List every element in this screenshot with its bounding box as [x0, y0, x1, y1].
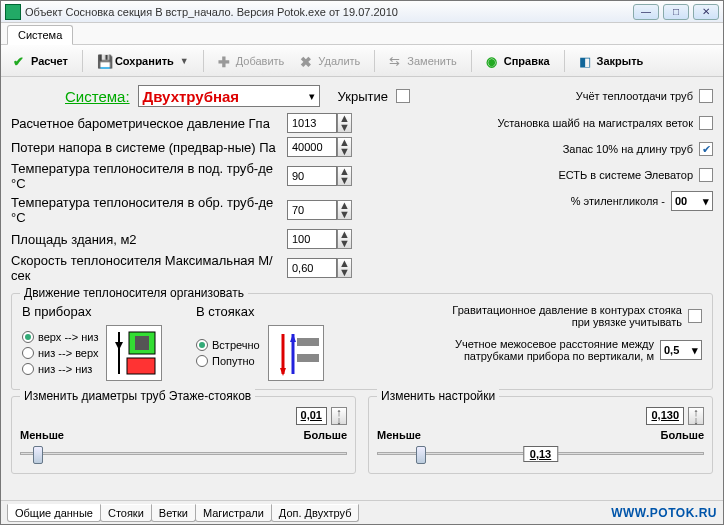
- system-combo[interactable]: Двухтрубная▾: [138, 85, 320, 107]
- svg-rect-1: [135, 336, 149, 350]
- param-label: Температура теплоносителя в обр. труб-де…: [11, 195, 287, 225]
- elevator-checkbox[interactable]: [699, 168, 713, 182]
- spinner[interactable]: ▲▼: [337, 137, 352, 157]
- dist-label: Учетное межосевое расстояние между патру…: [434, 338, 654, 362]
- help-icon: ◉: [486, 54, 500, 68]
- tab-risers[interactable]: Стояки: [100, 504, 152, 522]
- param-label: Скорость теплоносителя Максимальная М/се…: [11, 253, 287, 283]
- reserve-label: Запас 10% на длину труб: [563, 143, 693, 155]
- param-label: Расчетное барометрическое давление Гпа: [11, 116, 287, 131]
- slider2-stepper[interactable]: ↑↓: [688, 407, 704, 425]
- washer-label: Установка шайб на магистралях веток: [497, 117, 693, 129]
- headloss-input[interactable]: [287, 137, 337, 157]
- slider2-value: 0,130: [646, 407, 684, 425]
- device-diagram-icon: [106, 325, 162, 381]
- temp-return-input[interactable]: [287, 200, 337, 220]
- close-button[interactable]: ◧Закрыть: [573, 51, 650, 71]
- save-button[interactable]: 💾Сохранить▼: [91, 51, 195, 71]
- reserve-checkbox[interactable]: ✔: [699, 142, 713, 156]
- param-label: Потери напора в системе (предвар-ные) Па: [11, 140, 287, 155]
- radio-bottom-bottom[interactable]: низ --> низ: [22, 363, 98, 375]
- calc-button[interactable]: ✔Расчет: [7, 51, 74, 71]
- spinner[interactable]: ▲▼: [337, 258, 352, 278]
- hide-label: Укрытие: [338, 89, 388, 104]
- tab-general[interactable]: Общие данные: [7, 504, 101, 522]
- plus-icon: ✚: [218, 54, 232, 68]
- grav-label: Гравитационное давление в контурах стояк…: [442, 304, 682, 328]
- hide-checkbox[interactable]: [396, 89, 410, 103]
- svg-marker-4: [115, 342, 123, 350]
- riser-diagram-icon: [268, 325, 324, 381]
- heat-transfer-label: Учёт теплоотдачи труб: [576, 90, 693, 102]
- close-window-button[interactable]: ✕: [693, 4, 719, 20]
- toolbar: ✔Расчет 💾Сохранить▼ ✚Добавить ✖Удалить ⇆…: [1, 45, 723, 77]
- slider-group-settings: Изменить настройки 0,130↑↓ МеньшеБольше …: [368, 396, 713, 474]
- tab-additional[interactable]: Доп. Двухтруб: [271, 504, 360, 522]
- glycol-label: % этиленгликоля -: [571, 195, 665, 207]
- spinner[interactable]: ▲▼: [337, 113, 352, 133]
- door-icon: ◧: [579, 54, 593, 68]
- bottom-tabstrip: Общие данные Стояки Ветки Магистрали Доп…: [1, 500, 723, 524]
- tab-branches[interactable]: Ветки: [151, 504, 196, 522]
- col-b-label: В стояках: [196, 304, 366, 319]
- chevron-down-icon: ▾: [309, 90, 315, 103]
- slider2-track[interactable]: 0,13: [377, 443, 704, 465]
- spinner[interactable]: ▲▼: [337, 229, 352, 249]
- velocity-input[interactable]: [287, 258, 337, 278]
- help-button[interactable]: ◉Справка: [480, 51, 556, 71]
- glycol-combo[interactable]: 00▾: [671, 191, 713, 211]
- elevator-label: ЕСТЬ в системе Элеватор: [558, 169, 693, 181]
- slider1-track[interactable]: [20, 443, 347, 465]
- system-label: Система:: [65, 88, 130, 105]
- save-icon: 💾: [97, 54, 111, 68]
- add-button[interactable]: ✚Добавить: [212, 51, 291, 71]
- col-a-label: В приборах: [22, 304, 182, 319]
- flow-group: Движение теплоносителя организовать В пр…: [11, 293, 713, 390]
- temp-supply-input[interactable]: [287, 166, 337, 186]
- titlebar: Объект Сосновка секция В встр_начало. Ве…: [1, 1, 723, 23]
- radio-parallel[interactable]: Попутно: [196, 355, 260, 367]
- group-title: Движение теплоносителя организовать: [20, 286, 248, 300]
- spinner[interactable]: ▲▼: [337, 200, 352, 220]
- svg-rect-8: [297, 354, 319, 362]
- chevron-down-icon: ▼: [180, 56, 189, 66]
- radio-bottom-top[interactable]: низ --> верх: [22, 347, 98, 359]
- tab-system[interactable]: Система: [7, 25, 73, 45]
- minimize-button[interactable]: —: [633, 4, 659, 20]
- x-icon: ✖: [300, 54, 314, 68]
- check-icon: ✔: [13, 54, 27, 68]
- tab-mains[interactable]: Магистрали: [195, 504, 272, 522]
- slider1-thumb[interactable]: [33, 446, 43, 464]
- grav-checkbox[interactable]: [688, 309, 702, 323]
- maximize-button[interactable]: □: [663, 4, 689, 20]
- heat-transfer-checkbox[interactable]: [699, 89, 713, 103]
- radio-top-bottom[interactable]: верх --> низ: [22, 331, 98, 343]
- brand-link[interactable]: WWW.POTOK.RU: [611, 506, 717, 520]
- radio-counter[interactable]: Встречно: [196, 339, 260, 351]
- svg-rect-7: [297, 338, 319, 346]
- replace-icon: ⇆: [389, 54, 403, 68]
- slider2-thumb[interactable]: [416, 446, 426, 464]
- spinner[interactable]: ▲▼: [337, 166, 352, 186]
- param-label: Температура теплоносителя в под. труб-де…: [11, 161, 287, 191]
- dist-combo[interactable]: 0,5▾: [660, 340, 702, 360]
- param-label: Площадь здания, м2: [11, 232, 287, 247]
- slider1-value: 0,01: [296, 407, 327, 425]
- svg-marker-9: [280, 368, 286, 376]
- area-input[interactable]: [287, 229, 337, 249]
- slider1-stepper[interactable]: ↑↓: [331, 407, 347, 425]
- svg-rect-2: [127, 358, 155, 374]
- delete-button[interactable]: ✖Удалить: [294, 51, 366, 71]
- window-title: Объект Сосновка секция В встр_начало. Ве…: [25, 6, 633, 18]
- pressure-input[interactable]: [287, 113, 337, 133]
- top-tabstrip: Система: [1, 23, 723, 45]
- slider-group-diameters: Изменить диаметры труб Этаже-стояков 0,0…: [11, 396, 356, 474]
- svg-marker-10: [290, 334, 296, 342]
- app-icon: [5, 4, 21, 20]
- slider2-mid: 0,13: [523, 446, 558, 462]
- replace-button[interactable]: ⇆Заменить: [383, 51, 462, 71]
- washer-checkbox[interactable]: [699, 116, 713, 130]
